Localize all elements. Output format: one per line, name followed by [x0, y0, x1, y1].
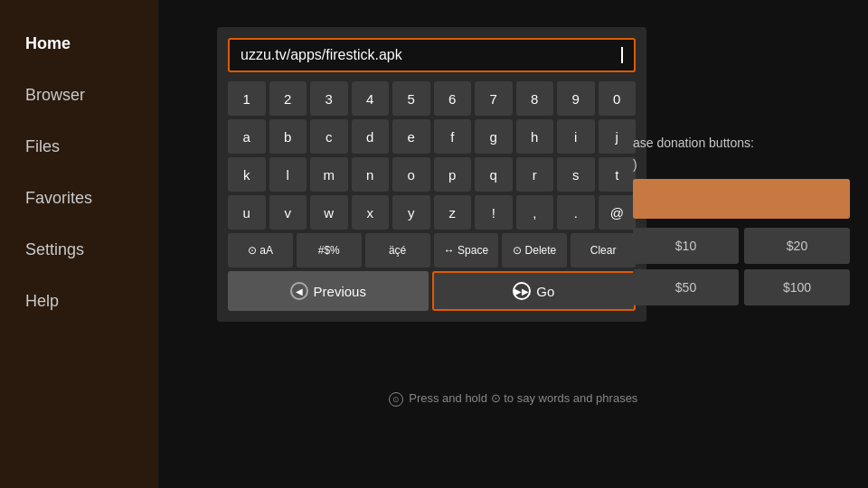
sidebar-item-help[interactable]: Help: [0, 276, 158, 327]
key-3[interactable]: 3: [310, 81, 348, 116]
hint-text-container: ⊙ Press and hold ⊙ to say words and phra…: [158, 391, 868, 407]
key-f[interactable]: f: [434, 119, 472, 154]
sidebar-item-settings[interactable]: Settings: [0, 224, 158, 276]
key-u[interactable]: u: [228, 195, 266, 230]
key-d[interactable]: d: [352, 119, 390, 154]
url-cursor: [621, 47, 623, 63]
keyboard: 1 2 3 4 5 6 7 8 9 0 a b c d e f g h: [228, 81, 636, 267]
donation-buttons: $10 $20 $50 $100: [633, 228, 850, 305]
sidebar-item-files[interactable]: Files: [0, 121, 158, 173]
keyboard-overlay: uzzu.tv/apps/firestick.apk 1 2 3 4 5 6 7…: [217, 27, 646, 322]
donation-50[interactable]: $50: [633, 269, 739, 305]
key-x[interactable]: x: [352, 195, 390, 230]
key-comma[interactable]: ,: [516, 195, 554, 230]
key-2[interactable]: 2: [269, 81, 307, 116]
key-k[interactable]: k: [228, 157, 266, 192]
url-bar[interactable]: uzzu.tv/apps/firestick.apk: [228, 38, 636, 72]
sidebar-item-browser[interactable]: Browser: [0, 70, 158, 121]
donation-20[interactable]: $20: [744, 228, 850, 264]
main-content: uzzu.tv/apps/firestick.apk 1 2 3 4 5 6 7…: [158, 0, 868, 488]
key-symbols[interactable]: #$%: [297, 233, 362, 267]
hint-main: Press and hold: [409, 391, 487, 405]
go-label: Go: [536, 284, 554, 299]
key-o[interactable]: o: [392, 157, 430, 192]
key-l[interactable]: l: [269, 157, 307, 192]
sidebar-item-home[interactable]: Home: [0, 18, 158, 70]
key-row-a-j: a b c d e f g h i j: [228, 119, 636, 154]
key-g[interactable]: g: [475, 119, 513, 154]
key-0[interactable]: 0: [599, 81, 637, 116]
hint-icon-label: ⊙: [491, 391, 505, 405]
key-m[interactable]: m: [310, 157, 348, 192]
donation-text1: ase donation buttons:: [633, 136, 850, 150]
previous-label: Previous: [314, 284, 366, 299]
key-e[interactable]: e: [392, 119, 430, 154]
key-row-u-at: u v w x y z ! , . @: [228, 195, 636, 230]
key-b[interactable]: b: [269, 119, 307, 154]
key-delete[interactable]: ⊙ Delete: [502, 233, 567, 267]
donation-input-placeholder: [633, 179, 850, 219]
key-row-special: ⊙ aA #$% äçé ↔ Space ⊙ Delete Clear: [228, 233, 636, 267]
donation-text2: ): [633, 157, 850, 172]
sidebar-item-favorites[interactable]: Favorites: [0, 173, 158, 224]
bottom-nav: ◀ Previous ▶▶ Go: [228, 271, 636, 311]
key-space[interactable]: ↔ Space: [434, 233, 499, 267]
key-5[interactable]: 5: [392, 81, 430, 116]
donation-10[interactable]: $10: [633, 228, 739, 264]
go-icon: ▶▶: [513, 282, 531, 300]
key-z[interactable]: z: [434, 195, 472, 230]
key-clear[interactable]: Clear: [571, 233, 636, 267]
key-i[interactable]: i: [557, 119, 595, 154]
key-4[interactable]: 4: [352, 81, 390, 116]
key-j[interactable]: j: [599, 119, 637, 154]
donation-area: ase donation buttons: ) $10 $20 $50 $100: [633, 136, 850, 305]
key-s[interactable]: s: [557, 157, 595, 192]
url-input: uzzu.tv/apps/firestick.apk: [241, 47, 620, 63]
donation-100[interactable]: $100: [744, 269, 850, 305]
key-9[interactable]: 9: [557, 81, 595, 116]
key-v[interactable]: v: [269, 195, 307, 230]
hint-suffix: to say words and phrases: [504, 391, 637, 405]
key-a[interactable]: a: [228, 119, 266, 154]
key-at[interactable]: @: [599, 195, 637, 230]
key-h[interactable]: h: [516, 119, 554, 154]
key-7[interactable]: 7: [475, 81, 513, 116]
key-t[interactable]: t: [599, 157, 637, 192]
key-c[interactable]: c: [310, 119, 348, 154]
sidebar: Home Browser Files Favorites Settings He…: [0, 0, 158, 488]
key-accent[interactable]: äçé: [365, 233, 430, 267]
key-p[interactable]: p: [434, 157, 472, 192]
key-w[interactable]: w: [310, 195, 348, 230]
go-button[interactable]: ▶▶ Go: [432, 271, 637, 311]
key-n[interactable]: n: [352, 157, 390, 192]
key-y[interactable]: y: [392, 195, 430, 230]
key-case-toggle[interactable]: ⊙ aA: [228, 233, 293, 267]
key-row-k-t: k l m n o p q r s t: [228, 157, 636, 192]
key-period[interactable]: .: [557, 195, 595, 230]
key-1[interactable]: 1: [228, 81, 266, 116]
key-exclaim[interactable]: !: [475, 195, 513, 230]
previous-icon: ◀: [290, 282, 308, 300]
key-q[interactable]: q: [475, 157, 513, 192]
key-r[interactable]: r: [516, 157, 554, 192]
previous-button[interactable]: ◀ Previous: [228, 271, 429, 311]
key-8[interactable]: 8: [516, 81, 554, 116]
mic-icon: ⊙: [389, 392, 403, 407]
key-6[interactable]: 6: [434, 81, 472, 116]
key-row-numbers: 1 2 3 4 5 6 7 8 9 0: [228, 81, 636, 116]
